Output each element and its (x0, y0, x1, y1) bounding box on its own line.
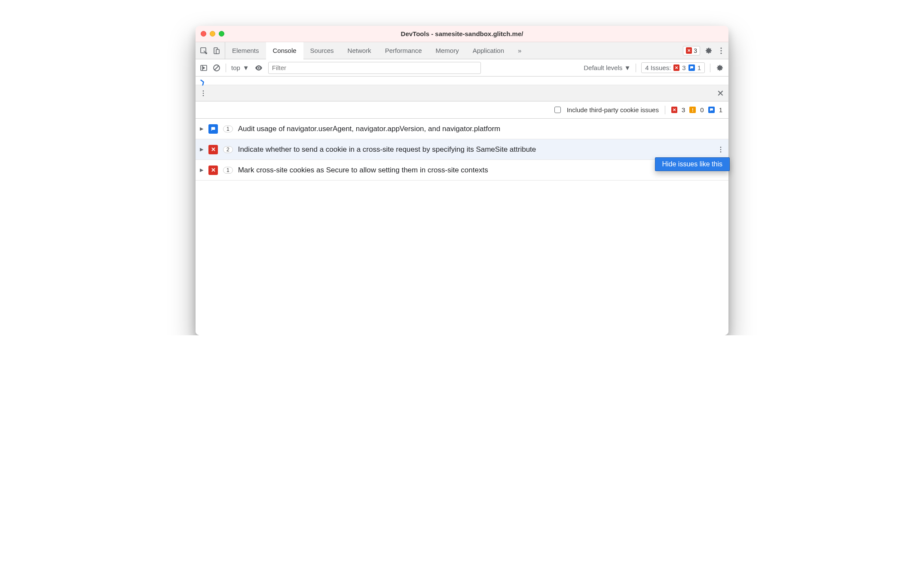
issues-label: 4 Issues: (645, 64, 671, 71)
levels-label: Default levels (584, 64, 622, 71)
error-icon: ✕ (208, 166, 218, 175)
inspect-tools (196, 42, 225, 59)
console-toolbar: top ▼ Default levels ▼ 4 Issues: 3 1 (196, 59, 728, 77)
svg-rect-12 (710, 108, 713, 110)
issue-count: 1 (223, 126, 233, 132)
chevron-down-icon: ▼ (624, 64, 630, 71)
clear-console-icon[interactable] (213, 64, 220, 72)
issue-row[interactable]: ▶ ✕ 2 Indicate whether to send a cookie … (196, 139, 728, 160)
context-label: top (231, 64, 240, 71)
svg-point-14 (720, 147, 722, 148)
info-count: 1 (719, 106, 722, 113)
error-icon (686, 47, 692, 54)
inspect-element-icon[interactable] (200, 47, 208, 55)
prompt-caret-icon: ❯ (199, 77, 206, 86)
issues-summary-button[interactable]: 4 Issues: 3 1 (641, 62, 705, 73)
tab-more[interactable]: » (511, 42, 528, 59)
svg-point-11 (203, 95, 204, 96)
err-count: 3 (682, 106, 685, 113)
divider (665, 106, 665, 114)
empty-area (196, 181, 728, 335)
window-title: DevTools - samesite-sandbox.glitch.me/ (196, 30, 728, 37)
svg-point-9 (203, 90, 204, 92)
expand-triangle-icon[interactable]: ▶ (200, 147, 203, 152)
panel-tabs: Elements Console Sources Network Perform… (225, 42, 528, 59)
issues-list: ▶ 1 Audit usage of navigator.userAgent, … (196, 119, 728, 181)
chevron-down-icon: ▼ (243, 64, 249, 71)
error-icon (671, 107, 677, 113)
error-count: 3 (694, 47, 697, 54)
divider (226, 64, 226, 72)
error-count-badge[interactable]: 3 (683, 46, 700, 55)
warn-count: 0 (700, 106, 704, 113)
tab-elements[interactable]: Elements (225, 42, 266, 59)
device-toggle-icon[interactable] (213, 47, 220, 55)
main-menu-icon[interactable] (717, 47, 725, 55)
sidebar-toggle-icon[interactable] (200, 64, 208, 72)
info-icon (688, 64, 695, 71)
svg-point-5 (720, 52, 722, 54)
divider (710, 64, 710, 72)
svg-point-15 (720, 149, 722, 150)
devtools-window: DevTools - samesite-sandbox.glitch.me/ E… (196, 26, 728, 335)
tab-network[interactable]: Network (341, 42, 378, 59)
issue-kind-counts: 3 0 1 (671, 106, 722, 113)
tab-memory[interactable]: Memory (429, 42, 466, 59)
third-party-label: Include third-party cookie issues (567, 106, 659, 113)
tab-sources[interactable]: Sources (303, 42, 341, 59)
issues-error-count: 3 (682, 64, 685, 71)
svg-point-4 (720, 50, 722, 51)
svg-rect-8 (690, 66, 693, 68)
log-levels-selector[interactable]: Default levels ▼ (584, 64, 630, 71)
live-expression-icon[interactable] (254, 64, 263, 72)
tab-console[interactable]: Console (266, 42, 303, 59)
settings-gear-icon[interactable] (704, 46, 713, 55)
issue-title: Audit usage of navigator.userAgent, navi… (238, 125, 501, 133)
console-output-row: ❯ (196, 77, 728, 85)
tabbar-right: 3 (679, 42, 728, 59)
close-drawer-icon[interactable]: ✕ (717, 88, 724, 98)
expand-triangle-icon[interactable]: ▶ (200, 126, 203, 132)
svg-point-3 (720, 47, 722, 49)
tab-application[interactable]: Application (466, 42, 511, 59)
issue-menu-icon[interactable] (717, 146, 724, 153)
console-settings-gear-icon[interactable] (716, 64, 724, 72)
issue-title: Indicate whether to send a cookie in a c… (238, 145, 536, 154)
warning-icon (689, 107, 696, 113)
svg-point-16 (720, 151, 722, 153)
issue-row[interactable]: ▶ 1 Audit usage of navigator.userAgent, … (196, 119, 728, 139)
svg-rect-2 (216, 49, 219, 54)
svg-point-10 (203, 92, 204, 94)
error-icon: ✕ (208, 145, 218, 154)
issue-count: 2 (223, 146, 233, 153)
tab-performance[interactable]: Performance (378, 42, 429, 59)
hide-issues-menuitem[interactable]: Hide issues like this (655, 157, 730, 171)
main-tabbar: Elements Console Sources Network Perform… (196, 42, 728, 59)
drawer-menu-icon[interactable] (200, 90, 207, 97)
context-selector[interactable]: top ▼ (231, 64, 249, 71)
titlebar: DevTools - samesite-sandbox.glitch.me/ (196, 26, 728, 42)
issues-filter-bar: Include third-party cookie issues 3 0 1 (196, 101, 728, 119)
issue-count: 1 (223, 167, 233, 174)
drawer-header: ✕ (196, 85, 728, 101)
info-icon (208, 124, 218, 134)
issue-row[interactable]: ▶ ✕ 1 Mark cross-site cookies as Secure … (196, 160, 728, 181)
expand-triangle-icon[interactable]: ▶ (200, 167, 203, 173)
error-icon (673, 64, 679, 71)
issues-info-count: 1 (698, 64, 701, 71)
filter-input[interactable] (268, 62, 481, 74)
divider (636, 64, 636, 72)
svg-rect-13 (211, 127, 215, 129)
third-party-checkbox[interactable] (554, 107, 561, 113)
issue-title: Mark cross-site cookies as Secure to all… (238, 166, 488, 175)
info-icon (708, 107, 715, 113)
